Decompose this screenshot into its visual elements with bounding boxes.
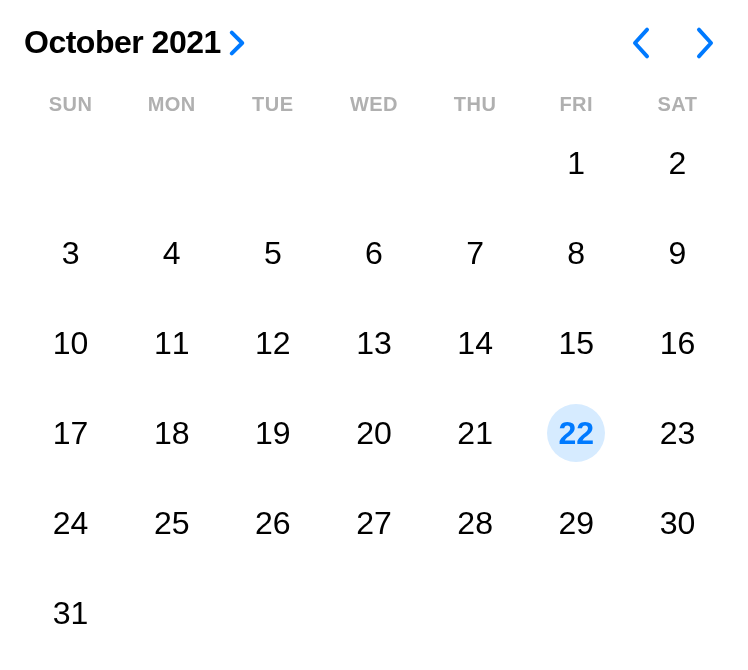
- day-cell: 13: [323, 314, 424, 372]
- day-cell: 3: [20, 224, 121, 282]
- day[interactable]: 13: [345, 314, 403, 372]
- day[interactable]: 21: [446, 404, 504, 462]
- day-cell: 20: [323, 404, 424, 462]
- day-cell: 31: [20, 584, 121, 642]
- month-nav: [630, 26, 724, 60]
- day-cell: 2: [627, 134, 728, 192]
- day[interactable]: 25: [143, 494, 201, 552]
- day-cell: 4: [121, 224, 222, 282]
- day-cell: 22: [526, 404, 627, 462]
- day[interactable]: 23: [648, 404, 706, 462]
- day[interactable]: 24: [42, 494, 100, 552]
- day[interactable]: 28: [446, 494, 504, 552]
- weekday-label: TUE: [222, 93, 323, 116]
- day-cell: 18: [121, 404, 222, 462]
- day-cell: 12: [222, 314, 323, 372]
- day[interactable]: 7: [446, 224, 504, 282]
- day[interactable]: 10: [42, 314, 100, 372]
- prev-month-button[interactable]: [630, 26, 652, 60]
- day[interactable]: 9: [648, 224, 706, 282]
- day[interactable]: 12: [244, 314, 302, 372]
- day-cell: 17: [20, 404, 121, 462]
- day[interactable]: 26: [244, 494, 302, 552]
- next-month-button[interactable]: [694, 26, 716, 60]
- weekday-label: THU: [425, 93, 526, 116]
- day[interactable]: 29: [547, 494, 605, 552]
- days-grid: 1234567891011121314151617181920212223242…: [20, 134, 728, 642]
- day[interactable]: 5: [244, 224, 302, 282]
- day[interactable]: 30: [648, 494, 706, 552]
- day-cell: 1: [526, 134, 627, 192]
- day-cell: 19: [222, 404, 323, 462]
- day[interactable]: 3: [42, 224, 100, 282]
- day-cell: 29: [526, 494, 627, 552]
- day[interactable]: 14: [446, 314, 504, 372]
- day[interactable]: 4: [143, 224, 201, 282]
- day-cell: 26: [222, 494, 323, 552]
- day[interactable]: 16: [648, 314, 706, 372]
- weekday-label: SUN: [20, 93, 121, 116]
- day[interactable]: 18: [143, 404, 201, 462]
- weekday-label: SAT: [627, 93, 728, 116]
- weekday-label: FRI: [526, 93, 627, 116]
- day-cell: 30: [627, 494, 728, 552]
- day[interactable]: 11: [143, 314, 201, 372]
- day-cell: 23: [627, 404, 728, 462]
- day[interactable]: 15: [547, 314, 605, 372]
- day-cell: 14: [425, 314, 526, 372]
- day[interactable]: 31: [42, 584, 100, 642]
- empty-cell: [121, 134, 222, 192]
- day-cell: 28: [425, 494, 526, 552]
- day-cell: 10: [20, 314, 121, 372]
- day-selected[interactable]: 22: [547, 404, 605, 462]
- day-cell: 8: [526, 224, 627, 282]
- day[interactable]: 1: [547, 134, 605, 192]
- day-cell: 24: [20, 494, 121, 552]
- chevron-right-icon: [229, 30, 245, 56]
- day-cell: 25: [121, 494, 222, 552]
- day-cell: 7: [425, 224, 526, 282]
- day-cell: 27: [323, 494, 424, 552]
- calendar-header: October 2021: [20, 24, 728, 61]
- day[interactable]: 27: [345, 494, 403, 552]
- month-picker[interactable]: October 2021: [24, 24, 245, 61]
- empty-cell: [222, 134, 323, 192]
- weekday-label: MON: [121, 93, 222, 116]
- day-cell: 15: [526, 314, 627, 372]
- day-cell: 16: [627, 314, 728, 372]
- day[interactable]: 17: [42, 404, 100, 462]
- day-cell: 5: [222, 224, 323, 282]
- day[interactable]: 19: [244, 404, 302, 462]
- day-cell: 9: [627, 224, 728, 282]
- weekday-label: WED: [323, 93, 424, 116]
- day-cell: 11: [121, 314, 222, 372]
- day[interactable]: 6: [345, 224, 403, 282]
- day-cell: 6: [323, 224, 424, 282]
- day-cell: 21: [425, 404, 526, 462]
- day[interactable]: 2: [648, 134, 706, 192]
- month-title: October 2021: [24, 24, 221, 61]
- weekday-row: SUN MON TUE WED THU FRI SAT: [20, 93, 728, 116]
- empty-cell: [20, 134, 121, 192]
- day[interactable]: 8: [547, 224, 605, 282]
- empty-cell: [323, 134, 424, 192]
- empty-cell: [425, 134, 526, 192]
- day[interactable]: 20: [345, 404, 403, 462]
